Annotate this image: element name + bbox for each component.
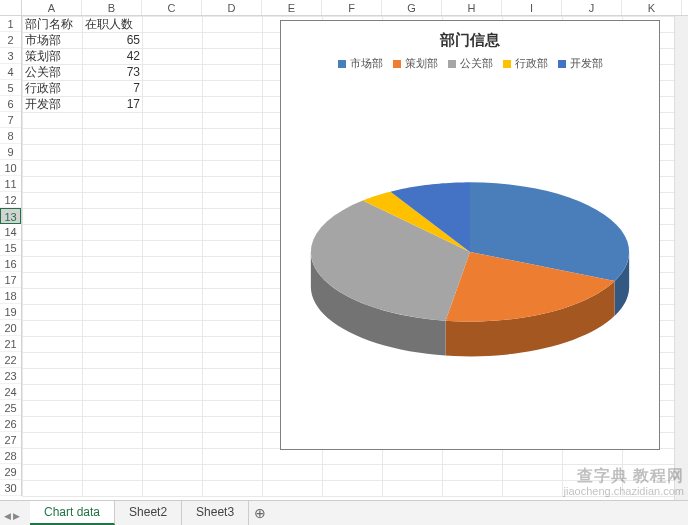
row-header-14[interactable]: 14 <box>0 224 21 240</box>
cell[interactable] <box>563 481 623 497</box>
cell[interactable] <box>323 481 383 497</box>
cell[interactable] <box>383 481 443 497</box>
cell[interactable] <box>443 481 503 497</box>
cell[interactable] <box>143 113 203 129</box>
cell[interactable] <box>143 385 203 401</box>
cell[interactable] <box>143 129 203 145</box>
cell[interactable] <box>83 321 143 337</box>
cell[interactable] <box>143 225 203 241</box>
sheet-tab[interactable]: Sheet3 <box>182 501 249 525</box>
cell[interactable] <box>83 401 143 417</box>
cell[interactable] <box>143 465 203 481</box>
cell[interactable] <box>203 337 263 353</box>
cell[interactable] <box>203 225 263 241</box>
cell[interactable] <box>203 465 263 481</box>
row-header-2[interactable]: 2 <box>0 32 21 48</box>
cell[interactable] <box>83 257 143 273</box>
cell[interactable] <box>203 145 263 161</box>
cell[interactable] <box>83 433 143 449</box>
row-header-4[interactable]: 4 <box>0 64 21 80</box>
row-header-20[interactable]: 20 <box>0 320 21 336</box>
sheet-tab[interactable]: Sheet2 <box>115 501 182 525</box>
cell[interactable]: 42 <box>83 49 143 65</box>
cell[interactable] <box>83 193 143 209</box>
column-header-K[interactable]: K <box>622 0 682 15</box>
cell[interactable]: 17 <box>83 97 143 113</box>
cell[interactable] <box>143 241 203 257</box>
cell[interactable] <box>143 337 203 353</box>
cell[interactable] <box>23 305 83 321</box>
cell[interactable] <box>83 417 143 433</box>
cell[interactable] <box>203 417 263 433</box>
row-header-11[interactable]: 11 <box>0 176 21 192</box>
cell[interactable] <box>203 113 263 129</box>
cell[interactable] <box>83 449 143 465</box>
row-header-23[interactable]: 23 <box>0 368 21 384</box>
cell[interactable] <box>23 337 83 353</box>
cell[interactable] <box>23 129 83 145</box>
cell[interactable] <box>143 481 203 497</box>
cell[interactable] <box>263 449 323 465</box>
cell[interactable] <box>383 465 443 481</box>
cell[interactable] <box>203 17 263 33</box>
cell[interactable] <box>83 145 143 161</box>
cell[interactable] <box>23 369 83 385</box>
row-header-19[interactable]: 19 <box>0 304 21 320</box>
row-header-24[interactable]: 24 <box>0 384 21 400</box>
row-header-26[interactable]: 26 <box>0 416 21 432</box>
tab-nav-arrows[interactable]: ◀ ▶ <box>4 511 20 521</box>
cell[interactable] <box>23 145 83 161</box>
cell[interactable] <box>23 417 83 433</box>
cell[interactable] <box>203 257 263 273</box>
column-header-A[interactable]: A <box>22 0 82 15</box>
cell[interactable] <box>263 481 323 497</box>
row-header-5[interactable]: 5 <box>0 80 21 96</box>
cell[interactable] <box>23 209 83 225</box>
sheet-tab[interactable]: Chart data <box>30 501 115 525</box>
cell[interactable] <box>503 481 563 497</box>
row-header-15[interactable]: 15 <box>0 240 21 256</box>
cell[interactable] <box>143 17 203 33</box>
cell[interactable] <box>143 161 203 177</box>
cell[interactable] <box>143 305 203 321</box>
cell[interactable] <box>203 161 263 177</box>
row-header-9[interactable]: 9 <box>0 144 21 160</box>
column-header-C[interactable]: C <box>142 0 202 15</box>
cell[interactable] <box>143 433 203 449</box>
cell[interactable] <box>443 465 503 481</box>
cell[interactable] <box>23 449 83 465</box>
cell[interactable] <box>23 433 83 449</box>
cell[interactable] <box>203 433 263 449</box>
row-header-17[interactable]: 17 <box>0 272 21 288</box>
row-header-12[interactable]: 12 <box>0 192 21 208</box>
cell[interactable] <box>143 401 203 417</box>
nav-next-icon[interactable]: ▶ <box>13 511 20 521</box>
cell[interactable] <box>23 273 83 289</box>
row-header-22[interactable]: 22 <box>0 352 21 368</box>
cell[interactable] <box>203 289 263 305</box>
row-header-29[interactable]: 29 <box>0 464 21 480</box>
cell[interactable] <box>203 385 263 401</box>
cell[interactable] <box>143 193 203 209</box>
cell[interactable]: 部门名称 <box>23 17 83 33</box>
cell[interactable] <box>203 81 263 97</box>
row-header-16[interactable]: 16 <box>0 256 21 272</box>
cell[interactable] <box>83 353 143 369</box>
cell[interactable] <box>203 209 263 225</box>
cell[interactable] <box>143 65 203 81</box>
nav-prev-icon[interactable]: ◀ <box>4 511 11 521</box>
row-header-18[interactable]: 18 <box>0 288 21 304</box>
cell[interactable]: 市场部 <box>23 33 83 49</box>
cell[interactable] <box>143 97 203 113</box>
row-header-8[interactable]: 8 <box>0 128 21 144</box>
cell[interactable] <box>83 337 143 353</box>
cell[interactable] <box>83 241 143 257</box>
cell[interactable] <box>203 241 263 257</box>
cell[interactable]: 73 <box>83 65 143 81</box>
cell[interactable] <box>203 49 263 65</box>
cell[interactable] <box>23 177 83 193</box>
cell[interactable] <box>83 177 143 193</box>
cell[interactable] <box>83 481 143 497</box>
cell[interactable] <box>23 401 83 417</box>
cell[interactable] <box>203 321 263 337</box>
